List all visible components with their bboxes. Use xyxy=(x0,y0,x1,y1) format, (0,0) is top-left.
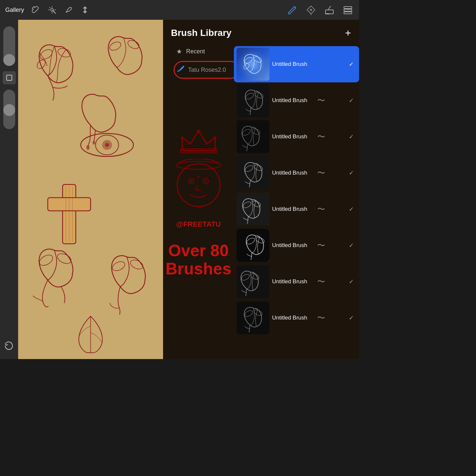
brush-panel-header: Brush Library + xyxy=(163,20,359,43)
size-slider[interactable] xyxy=(3,90,15,129)
star-icon: ★ xyxy=(176,47,182,55)
brush-list[interactable]: Untitled Brush ✓ Untitled Brush ✓ xyxy=(234,46,359,359)
brush-item-name-7: Untitled Brush xyxy=(269,278,346,285)
svg-rect-13 xyxy=(7,75,12,80)
svg-rect-54 xyxy=(237,84,269,117)
brush-thumb-5 xyxy=(237,193,269,226)
svg-point-39 xyxy=(213,136,217,140)
magic-wand-icon[interactable] xyxy=(47,5,57,15)
svg-point-41 xyxy=(189,179,194,184)
svg-rect-12 xyxy=(344,12,352,14)
canvas-area[interactable] xyxy=(18,20,163,359)
brush-thumb-4 xyxy=(237,156,269,189)
brush-check-1: ✓ xyxy=(349,61,354,68)
brush-item-3[interactable]: Untitled Brush ✓ xyxy=(234,119,359,155)
brush-check-4: ✓ xyxy=(349,169,354,177)
brush-item-name-3: Untitled Brush xyxy=(269,133,346,140)
layers-icon[interactable] xyxy=(342,4,354,16)
svg-rect-14 xyxy=(18,20,163,359)
brush-item-name-8: Untitled Brush xyxy=(269,315,346,321)
watermark-crown xyxy=(179,127,218,157)
brush-item-6[interactable]: Untitled Brush ✓ xyxy=(234,227,359,264)
brush-item-5[interactable]: Untitled Brush ✓ xyxy=(234,191,359,227)
over80-text: Over 80 Brushes xyxy=(165,242,231,278)
brush-category-icon xyxy=(176,65,185,75)
brush-item-1[interactable]: Untitled Brush ✓ xyxy=(234,46,359,82)
svg-rect-36 xyxy=(181,149,217,153)
svg-point-8 xyxy=(310,9,312,11)
svg-rect-63 xyxy=(237,193,269,226)
svg-point-43 xyxy=(190,180,192,182)
svg-rect-10 xyxy=(344,7,352,9)
wrench-icon[interactable] xyxy=(31,5,41,15)
brush-check-5: ✓ xyxy=(349,206,354,213)
eraser-icon[interactable] xyxy=(323,4,335,16)
svg-rect-66 xyxy=(237,229,269,262)
svg-point-20 xyxy=(86,145,90,150)
svg-point-44 xyxy=(205,180,207,182)
pen-s-icon[interactable] xyxy=(64,5,73,15)
brush-item-8[interactable]: Untitled Brush ✓ xyxy=(234,300,359,336)
toolbar-right xyxy=(287,4,354,16)
svg-point-48 xyxy=(176,161,221,169)
svg-point-42 xyxy=(203,179,209,184)
undo-button[interactable] xyxy=(3,341,13,352)
brush-thumb-2 xyxy=(237,84,269,117)
tattoo-art xyxy=(18,20,163,359)
brush-check-3: ✓ xyxy=(349,133,354,140)
square-tool-btn[interactable] xyxy=(3,71,16,84)
brush-item-name-6: Untitled Brush xyxy=(269,242,346,249)
add-brush-button[interactable]: + xyxy=(345,28,351,38)
transform-icon[interactable] xyxy=(80,5,90,15)
main-content: Brush Library + ★ Recent Tatu Roses2.0 xyxy=(0,20,359,359)
brush-check-8: ✓ xyxy=(349,314,354,322)
brush-item-name-1: Untitled Brush xyxy=(269,61,346,68)
svg-rect-57 xyxy=(237,120,269,153)
svg-point-40 xyxy=(177,164,220,207)
brush-library-title: Brush Library xyxy=(171,28,232,38)
svg-line-4 xyxy=(49,7,50,8)
brush-item-name-5: Untitled Brush xyxy=(269,206,346,212)
svg-rect-50 xyxy=(237,48,269,81)
brush-check-6: ✓ xyxy=(349,242,354,249)
svg-marker-35 xyxy=(182,131,215,151)
brush-panel: Brush Library + ★ Recent Tatu Roses2.0 xyxy=(163,20,359,359)
top-toolbar: Gallery xyxy=(0,0,359,20)
category-recent-label: Recent xyxy=(186,48,205,55)
brush-check-2: ✓ xyxy=(349,97,354,104)
canvas-background xyxy=(18,20,163,359)
svg-rect-9 xyxy=(325,10,333,14)
brush-item-name-2: Untitled Brush xyxy=(269,97,346,104)
svg-point-21 xyxy=(93,141,95,145)
pencil-icon[interactable] xyxy=(287,4,298,16)
side-toolbar xyxy=(0,20,18,359)
brush-item-4[interactable]: Untitled Brush ✓ xyxy=(234,155,359,191)
brush-item-7[interactable]: Untitled Brush ✓ xyxy=(234,264,359,300)
brush-item-2[interactable]: Untitled Brush ✓ xyxy=(234,82,359,119)
svg-text:✦: ✦ xyxy=(196,174,200,180)
brush-thumb-7 xyxy=(237,265,269,298)
svg-point-37 xyxy=(197,129,201,133)
toolbar-left: Gallery xyxy=(5,5,90,15)
pen-nib-icon[interactable] xyxy=(305,4,317,16)
svg-point-30 xyxy=(105,143,109,147)
gallery-button[interactable]: Gallery xyxy=(5,7,24,14)
opacity-slider[interactable] xyxy=(3,26,15,66)
tatu-roses-label: Tatu Roses2.0 xyxy=(188,67,226,73)
brush-thumb-3 xyxy=(237,120,269,153)
svg-point-38 xyxy=(181,136,184,140)
watermark-handle: @FREETATU xyxy=(176,220,221,229)
brush-thumb-1 xyxy=(237,48,269,81)
brush-thumb-8 xyxy=(237,301,269,334)
brush-thumb-6 xyxy=(237,229,269,262)
watermark-face: ✦ xyxy=(172,159,225,219)
svg-rect-72 xyxy=(237,301,269,334)
svg-rect-60 xyxy=(237,156,269,189)
brush-item-name-4: Untitled Brush xyxy=(269,170,346,176)
svg-rect-11 xyxy=(344,9,352,11)
brush-check-7: ✓ xyxy=(349,278,354,285)
